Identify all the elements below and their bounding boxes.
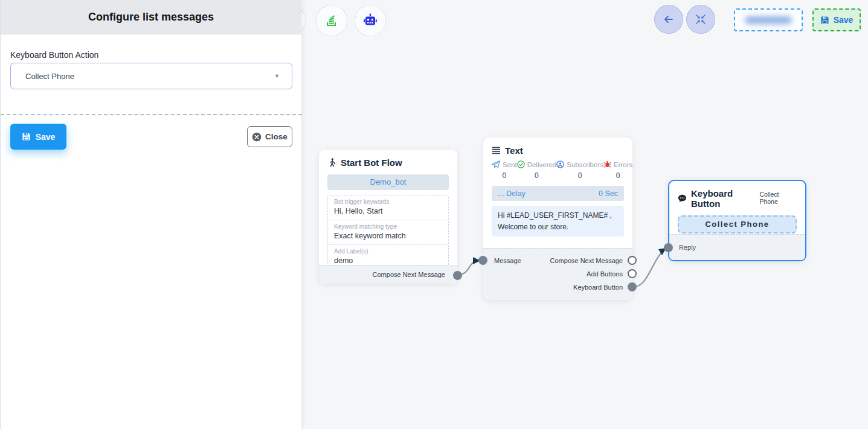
node-footer: Reply — [669, 234, 805, 260]
save-icon — [820, 16, 829, 25]
field-label: Keyword matching type — [334, 223, 442, 230]
check-circle-icon — [517, 160, 525, 168]
stat-errors: Errors 0 — [603, 160, 632, 180]
field-value: Hi, Hello, Start — [334, 207, 442, 215]
robot-button[interactable] — [355, 5, 386, 36]
output-label: Keyboard Button — [573, 281, 632, 294]
bug-icon — [603, 160, 611, 168]
connector-start-compose-output[interactable] — [453, 271, 462, 280]
connector-text-addbuttons-output[interactable] — [628, 269, 637, 278]
chevron-down-icon: ▼ — [274, 73, 280, 79]
node-title-label: Start Bot Flow — [341, 157, 402, 168]
stat-subscribers: Subscribers 0 — [556, 160, 603, 180]
output-label: Compose Next Message — [319, 265, 457, 284]
stat-value: 0 — [517, 171, 557, 180]
save-icon — [22, 132, 31, 141]
node-title-label: Keyboard Button — [691, 188, 759, 209]
person-walking-icon — [328, 158, 336, 168]
connector-text-compose-output[interactable] — [628, 256, 637, 265]
node-footer: Compose Next Message — [319, 265, 457, 284]
flow-save-label: Save — [834, 15, 854, 25]
keyboard-action-label: Collect Phone — [759, 191, 797, 205]
node-footer: Message Compose Next Message Add Buttons… — [483, 248, 632, 300]
input-label: Reply — [679, 244, 696, 251]
connector-keyboard-reply-input[interactable] — [664, 243, 673, 252]
field-row[interactable]: Keyword matching type Exact keyword matc… — [328, 220, 448, 245]
connector-text-message-input[interactable] — [478, 256, 487, 265]
node-text[interactable]: Text Sent 0 — [483, 138, 632, 300]
node-title-label: Text — [505, 145, 523, 156]
stat-label: Errors — [614, 161, 632, 168]
field-row[interactable]: Bot trigger keywords Hi, Hello, Start — [328, 195, 448, 220]
output-label: Add Buttons — [587, 267, 632, 281]
stack-button[interactable] — [316, 5, 347, 36]
field-label: Add Label(s) — [334, 248, 442, 255]
stat-delivered: Delivered 0 — [517, 160, 557, 180]
flow-save-button[interactable]: Save — [812, 8, 861, 31]
redacted-button[interactable] — [734, 8, 803, 31]
stat-value: 0 — [556, 171, 603, 180]
compress-icon — [695, 14, 706, 25]
divider — [1, 114, 302, 115]
delay-value: 0 Sec — [599, 189, 618, 198]
fit-view-button[interactable] — [686, 5, 715, 34]
robot-icon — [363, 13, 378, 28]
input-label: Message — [483, 254, 521, 267]
stat-value: 0 — [492, 171, 517, 180]
save-label: Save — [36, 132, 56, 142]
keyboard-button-chip[interactable]: Collect Phone — [678, 215, 797, 234]
user-circle-icon — [556, 160, 564, 168]
config-panel: Configure list messages Keyboard Button … — [0, 0, 301, 429]
paper-plane-icon — [492, 160, 500, 168]
stack-icon — [324, 13, 339, 28]
delay-label: ... Delay — [498, 189, 526, 198]
field-label: Keyboard Button Action — [10, 50, 292, 60]
close-button[interactable]: Close — [247, 126, 292, 147]
node-start-bot-flow[interactable]: Start Bot Flow Demo_bot Bot trigger keyw… — [319, 150, 457, 284]
stat-sent: Sent 0 — [492, 160, 517, 180]
stat-label: Sent — [503, 161, 517, 168]
keyboard-action-select[interactable]: Collect Phone ▼ — [10, 63, 292, 89]
output-label: Compose Next Message — [550, 254, 632, 267]
stat-label: Subscribers — [567, 161, 603, 168]
stat-label: Delivered — [527, 161, 557, 168]
node-keyboard-button[interactable]: Keyboard Button Collect Phone Collect Ph… — [668, 180, 806, 261]
stats-row: Sent 0 Delivered 0 — [483, 159, 632, 180]
comment-dots-icon — [678, 194, 687, 203]
field-value: demo — [334, 256, 442, 265]
close-circle-icon — [252, 132, 262, 142]
app-root: Save Start Bot Flow Demo_bot Bot — [0, 0, 868, 429]
delay-setting[interactable]: ... Delay 0 Sec — [492, 186, 624, 201]
save-button[interactable]: Save — [10, 124, 66, 150]
field-value: Exact keyword match — [334, 232, 442, 240]
panel-title: Configure list messages — [1, 0, 301, 34]
field-label: Bot trigger keywords — [334, 199, 442, 205]
close-label: Close — [265, 132, 288, 141]
stat-value: 0 — [603, 171, 632, 180]
connector-text-keyboard-output[interactable] — [628, 282, 637, 291]
message-preview[interactable]: Hi #LEAD_USER_FIRST_NAME# , Welcome to o… — [492, 206, 624, 237]
select-value: Collect Phone — [11, 72, 74, 81]
arrow-left-icon — [663, 13, 675, 25]
align-justify-icon — [492, 147, 501, 154]
redacted-text — [745, 16, 792, 24]
bot-name[interactable]: Demo_bot — [327, 174, 449, 190]
back-button[interactable] — [654, 5, 683, 34]
start-fields-box: Bot trigger keywords Hi, Hello, Start Ke… — [327, 195, 449, 270]
